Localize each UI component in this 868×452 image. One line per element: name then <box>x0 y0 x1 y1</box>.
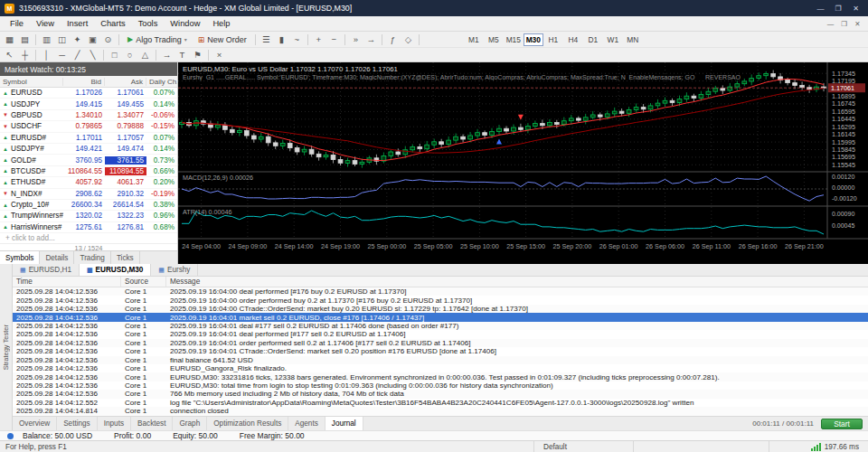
col-message[interactable]: Message <box>166 277 868 287</box>
market-watch-row[interactable]: EURUSD# 1.17011 1.17057 0.07% <box>0 133 177 144</box>
connection-status[interactable]: 197.66 ms <box>769 441 868 452</box>
toolbar-icon[interactable] <box>255 34 256 45</box>
price-chart[interactable]: 24 Sep 04:0024 Sep 09:0024 Sep 14:0024 S… <box>178 62 868 264</box>
auto-scroll-icon[interactable]: » <box>348 33 363 46</box>
menu-item[interactable]: Charts <box>94 19 131 28</box>
menu-item[interactable]: Window <box>164 19 206 28</box>
market-watch-row[interactable]: EURUSD 1.17026 1.17061 0.07% <box>0 88 177 99</box>
timeframe-button[interactable]: H1 <box>543 33 563 46</box>
strategy-tester-tab[interactable]: Strategy Tester <box>0 264 13 430</box>
timeframe-button[interactable]: M15 <box>504 33 524 46</box>
journal-row[interactable]: 2025.09.28 14:04:12.536 Core 1 2025.09.1… <box>13 305 868 313</box>
toolbar-icon[interactable] <box>156 50 156 61</box>
chart-restore-button[interactable]: ❐ <box>837 20 851 28</box>
chart-shift-icon[interactable]: → <box>363 33 379 46</box>
chart-close-button[interactable]: ✕ <box>851 20 864 28</box>
arrow-object-icon[interactable]: → <box>159 49 175 61</box>
navigator-icon[interactable]: ✦ <box>70 33 85 46</box>
journal-row[interactable]: 2025.09.28 14:04:12.536 Core 1 EURUSD,M3… <box>13 381 868 390</box>
market-watch-row[interactable]: GBPUSD 1.34010 1.34077 -0.06% <box>0 110 177 121</box>
col-symbol[interactable]: Symbol <box>0 78 63 86</box>
market-watch-toggle-icon[interactable]: ▥ <box>39 33 54 46</box>
journal-row[interactable]: 2025.09.28 14:04:12.536 Core 1 2025.09.1… <box>13 322 868 330</box>
toolbar-icon[interactable] <box>419 34 420 45</box>
ellipse-icon[interactable]: ○ <box>122 49 137 61</box>
chart-area[interactable]: 24 Sep 04:0024 Sep 09:0024 Sep 14:0024 S… <box>178 62 868 264</box>
vertical-line-icon[interactable]: │ <box>39 49 54 61</box>
candlestick-icon[interactable]: ▮ <box>274 33 289 46</box>
objects-list-icon[interactable]: ◇ <box>401 33 416 46</box>
journal-row[interactable]: 2025.09.28 14:04:12.536 Core 1 2025.09.1… <box>13 339 868 347</box>
journal-row[interactable]: 2025.09.28 14:04:12.536 Core 1 766 Mb me… <box>13 390 868 398</box>
triangle-icon[interactable]: △ <box>137 49 153 61</box>
col-ask[interactable]: Ask <box>105 78 146 86</box>
journal-row[interactable]: 2025.09.28 14:04:12.536 Core 1 2025.09.1… <box>13 287 868 296</box>
toolbar-icon[interactable] <box>35 34 36 45</box>
toolbox-chart-tab[interactable]: ▦EURUSD,M30 <box>80 264 151 276</box>
toolbox-chart-tab[interactable]: ▦Eurshy <box>151 264 198 276</box>
indicators-icon[interactable]: ƒ <box>385 33 401 46</box>
market-watch-row[interactable]: GOLD# 3760.95 3761.55 0.73% <box>0 155 177 165</box>
journal-row[interactable]: 2025.09.28 14:04:12.536 Core 1 EURUSD,M3… <box>13 372 868 381</box>
data-window-icon[interactable]: ◫ <box>54 33 70 46</box>
zoom-in-icon[interactable]: + <box>311 33 326 46</box>
menu-item[interactable]: Insert <box>61 19 94 28</box>
journal-row[interactable]: 2025.09.28 14:04:12.536 Core 1 2025.09.1… <box>13 330 868 338</box>
timeframe-button[interactable]: MN <box>623 33 643 46</box>
new-order-button[interactable]: ⊞New Order <box>193 33 252 46</box>
timeframe-button[interactable]: H4 <box>563 33 583 46</box>
col-daily-change[interactable]: Daily Ch... <box>146 78 177 86</box>
market-watch-row[interactable]: HarrisWinners# 1275.61 1276.81 0.68% <box>0 222 177 233</box>
algo-trading-button[interactable]: ▶Algo Trading▾ <box>122 33 193 46</box>
minimize-button[interactable]: — <box>813 5 828 13</box>
market-watch-row[interactable]: N_INDX# 2908.62 2910.32 -0.19% <box>0 189 177 200</box>
restore-button[interactable]: ❐ <box>830 5 845 13</box>
profile-selector[interactable]: Default <box>533 441 633 452</box>
rectangle-icon[interactable]: □ <box>107 49 122 61</box>
journal-row[interactable]: 2025.09.28 14:04:12.552 Core 1 log file … <box>13 399 868 407</box>
channel-icon[interactable]: ╲ <box>85 49 100 61</box>
market-watch-row[interactable]: USDCHF 0.79865 0.79888 -0.15% <box>0 121 177 132</box>
menu-item[interactable]: View <box>30 19 61 28</box>
market-watch-row[interactable]: USDJPY# 149.421 149.474 0.14% <box>0 144 177 155</box>
tester-bottom-tab[interactable]: Agents <box>288 417 326 430</box>
menu-item[interactable]: File <box>4 19 30 28</box>
timeframe-button[interactable]: M30 <box>524 33 543 46</box>
toolbox-chart-tab[interactable]: ▦EURUSD,H1 <box>13 264 80 276</box>
new-chart-icon[interactable]: ▦ <box>2 33 17 46</box>
tester-bottom-tab[interactable]: Overview <box>13 417 57 430</box>
zoom-out-icon[interactable]: − <box>326 33 342 46</box>
market-watch-row[interactable]: TrumpWinners# 1320.02 1322.23 0.96% <box>0 211 177 221</box>
add-symbol-row[interactable]: + click to add... <box>0 233 177 243</box>
tester-bottom-tab[interactable]: Journal <box>326 417 363 430</box>
market-watch-row[interactable]: ETHUSD# 4057.92 4061.37 0.20% <box>0 177 177 188</box>
delete-objects-icon[interactable]: × <box>212 49 227 61</box>
horizontal-line-icon[interactable]: ─ <box>54 49 70 61</box>
market-watch-tab[interactable]: Trading <box>74 251 110 264</box>
market-watch-row[interactable]: BTCUSD# 110864.55 110894.55 0.66% <box>0 166 177 177</box>
timeframe-button[interactable]: W1 <box>603 33 623 46</box>
journal-row[interactable]: 2025.09.28 14:04:12.536 Core 1 2025.09.1… <box>13 347 868 355</box>
close-button[interactable]: ✕ <box>848 5 863 13</box>
strategy-tester-icon[interactable]: ⊙ <box>100 33 116 46</box>
journal-row[interactable]: 2025.09.28 14:04:12.536 Core 1 final bal… <box>13 356 868 364</box>
col-time[interactable]: Time <box>13 277 121 287</box>
tester-bottom-tab[interactable]: Graph <box>173 417 207 430</box>
toolbar-icon[interactable] <box>344 34 345 45</box>
journal-row[interactable]: 2025.09.28 14:04:12.536 Core 1 2025.09.1… <box>13 296 868 304</box>
timeframe-button[interactable]: M5 <box>484 33 504 46</box>
flag-icon[interactable]: ⚑ <box>190 49 205 61</box>
journal-row[interactable]: 2025.09.28 14:04:12.536 Core 1 EURUSD_Ga… <box>13 364 868 372</box>
journal-row[interactable]: 2025.09.28 14:04:14.814 Core 1 connectio… <box>13 407 868 415</box>
col-bid[interactable]: Bid <box>63 78 105 86</box>
menu-item[interactable]: Help <box>206 19 236 28</box>
market-watch-tab[interactable]: Symbols <box>0 251 40 264</box>
timeframe-button[interactable]: D1 <box>583 33 603 46</box>
start-button[interactable]: Start <box>821 419 863 429</box>
text-object-icon[interactable]: T <box>175 49 190 61</box>
toolbar-icon[interactable] <box>208 50 209 61</box>
crosshair-icon[interactable]: ┼ <box>17 49 33 61</box>
toolbar-icon[interactable] <box>35 50 36 61</box>
bar-chart-icon[interactable]: ☰ <box>259 33 274 46</box>
profiles-icon[interactable]: ▤ <box>17 33 33 46</box>
